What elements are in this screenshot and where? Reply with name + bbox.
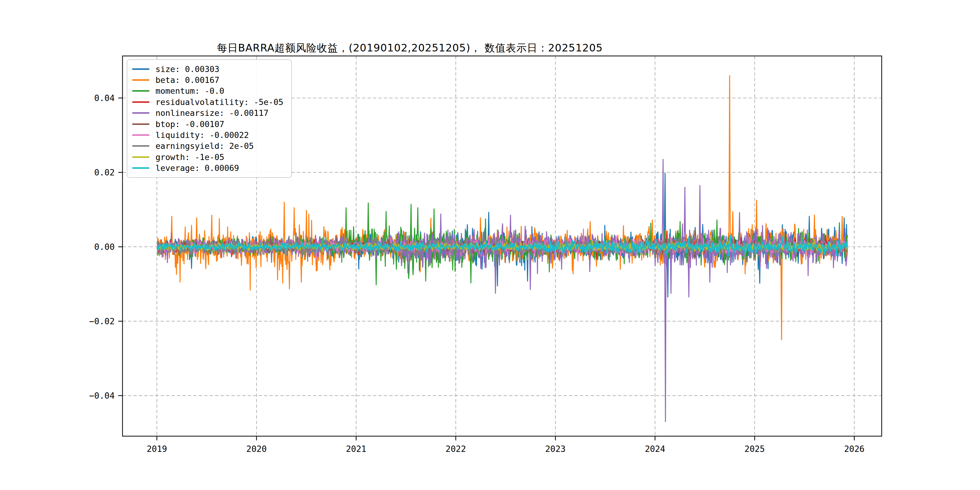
figure-canvas: 201920202021202220232024202520260.040.02… — [0, 0, 980, 490]
legend-item-btop: btop: -0.00107 — [132, 119, 283, 129]
y-tick-label-0.02: 0.02 — [94, 167, 115, 178]
legend-label-residualvolatility: residualvolatility: -5e-05 — [156, 97, 283, 107]
legend-label-size: size: 0.00303 — [156, 64, 219, 74]
legend-item-earningsyield: earningsyield: 2e-05 — [132, 141, 283, 151]
legend-swatch-btop — [132, 123, 150, 125]
legend-item-momentum: momentum: -0.0 — [132, 86, 283, 97]
chart-title: 每日BARRA超额风险收益，(20190102,20251205)， 数值表示日… — [0, 41, 912, 55]
legend-label-liquidity: liquidity: -0.00022 — [156, 130, 249, 140]
legend-item-size: size: 0.00303 — [132, 64, 283, 75]
x-tick-label-2023: 2023 — [545, 444, 566, 454]
legend-swatch-liquidity — [132, 134, 150, 136]
series-line-nonlinearsize — [158, 159, 848, 422]
legend-swatch-earningsyield — [132, 145, 150, 147]
x-tick-label-2019: 2019 — [147, 444, 167, 454]
legend: size: 0.00303beta: 0.00167momentum: -0.0… — [127, 59, 292, 178]
x-tick-label-2025: 2025 — [745, 444, 765, 454]
legend-label-earningsyield: earningsyield: 2e-05 — [156, 141, 254, 151]
x-tick-label-2024: 2024 — [645, 444, 665, 454]
legend-item-liquidity: liquidity: -0.00022 — [132, 129, 283, 140]
legend-item-residualvolatility: residualvolatility: -5e-05 — [132, 97, 283, 107]
x-tick-label-2021: 2021 — [346, 444, 366, 454]
legend-label-nonlinearsize: nonlinearsize: -0.00117 — [156, 108, 269, 118]
y-tick-label-0.00: 0.00 — [94, 242, 115, 252]
x-tick-label-2022: 2022 — [445, 444, 466, 454]
legend-swatch-leverage — [132, 167, 150, 169]
x-tick-label-2026: 2026 — [844, 444, 864, 454]
y-tick-label-−0.04: −0.04 — [89, 391, 115, 401]
legend-swatch-momentum — [132, 90, 150, 92]
legend-label-momentum: momentum: -0.0 — [156, 86, 224, 95]
legend-label-beta: beta: 0.00167 — [156, 75, 219, 85]
chart-title-text: 每日BARRA超额风险收益，(20190102,20251205)， 数值表示日… — [217, 41, 603, 55]
legend-label-leverage: leverage: 0.00069 — [156, 163, 239, 173]
legend-swatch-nonlinearsize — [132, 112, 150, 114]
legend-item-nonlinearsize: nonlinearsize: -0.00117 — [132, 108, 283, 119]
legend-label-growth: growth: -1e-05 — [156, 153, 224, 162]
legend-item-leverage: leverage: 0.00069 — [132, 163, 283, 173]
legend-swatch-size — [132, 68, 150, 70]
legend-item-beta: beta: 0.00167 — [132, 75, 283, 85]
legend-label-btop: btop: -0.00107 — [156, 119, 224, 129]
y-tick-label-0.04: 0.04 — [94, 93, 115, 103]
legend-swatch-growth — [132, 156, 150, 158]
legend-swatch-beta — [132, 79, 150, 81]
x-tick-label-2020: 2020 — [246, 444, 266, 454]
legend-swatch-residualvolatility — [132, 101, 150, 103]
legend-item-growth: growth: -1e-05 — [132, 151, 283, 162]
y-tick-label-−0.02: −0.02 — [89, 317, 115, 326]
